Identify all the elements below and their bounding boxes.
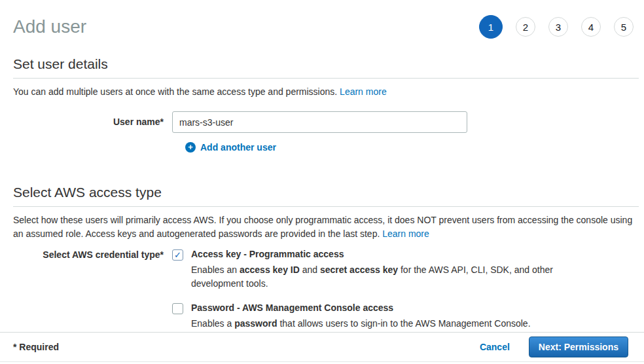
access-key-checkbox[interactable] — [172, 249, 183, 261]
desc-text: Enables an — [191, 264, 240, 275]
next-permissions-button[interactable]: Next: Permissions — [529, 337, 628, 357]
desc-text-bold: access key ID — [240, 264, 300, 275]
desc-text-bold: password — [234, 318, 277, 329]
password-checkbox[interactable] — [172, 303, 183, 314]
credential-type-label: Select AWS credential type* — [13, 249, 164, 331]
access-key-option: Access key - Programmatic access Enables… — [172, 249, 555, 291]
learn-more-link-user-details[interactable]: Learn more — [340, 86, 387, 97]
username-row: User name* — [13, 111, 639, 133]
set-user-details-heading: Set user details — [13, 56, 639, 79]
step-1-active: 1 — [479, 15, 503, 39]
password-option-body: Password - AWS Management Console access… — [191, 302, 531, 331]
access-key-option-title: Access key - Programmatic access — [191, 249, 555, 260]
set-user-details-section: Set user details You can add multiple us… — [13, 56, 639, 153]
add-another-user-label: Add another user — [200, 142, 276, 153]
required-note: * Required — [13, 342, 59, 352]
desc-text: that allows users to sign-in to the AWS … — [277, 318, 531, 329]
learn-more-link-access-type[interactable]: Learn more — [382, 228, 429, 239]
username-label: User name* — [13, 111, 164, 133]
username-input[interactable] — [172, 111, 467, 133]
access-key-option-desc: Enables an access key ID and secret acce… — [191, 263, 555, 291]
step-2: 2 — [516, 17, 535, 37]
username-field-wrap — [172, 111, 467, 133]
user-details-intro-text: You can add multiple users at once with … — [13, 86, 337, 97]
credential-type-row: Select AWS credential type* Access key -… — [13, 249, 639, 331]
wizard-footer: * Required Cancel Next: Permissions — [0, 332, 644, 362]
desc-text: and — [300, 264, 320, 275]
access-type-intro: Select how these users will primarily ac… — [13, 213, 639, 241]
password-option-desc: Enables a password that allows users to … — [191, 317, 531, 331]
select-access-type-section: Select AWS access type Select how these … — [13, 185, 639, 331]
password-option: Password - AWS Management Console access… — [172, 302, 555, 331]
access-key-option-body: Access key - Programmatic access Enables… — [191, 249, 555, 291]
desc-text: Enables a — [191, 318, 234, 329]
access-type-intro-text: Select how these users will primarily ac… — [13, 215, 632, 239]
plus-circle-icon: + — [185, 142, 196, 153]
wizard-step-indicator: 1 2 3 4 5 — [479, 15, 634, 39]
password-option-title: Password - AWS Management Console access — [191, 302, 531, 314]
credential-options: Access key - Programmatic access Enables… — [172, 249, 555, 331]
page-title: Add user — [13, 16, 86, 37]
user-details-intro: You can add multiple users at once with … — [13, 85, 639, 99]
page-header: Add user 1 2 3 4 5 — [0, 0, 644, 45]
cancel-button[interactable]: Cancel — [480, 342, 510, 352]
desc-text-bold: secret access key — [320, 264, 398, 275]
main-content: Set user details You can add multiple us… — [0, 56, 644, 331]
step-5: 5 — [614, 17, 634, 37]
step-3: 3 — [548, 17, 568, 37]
step-4: 4 — [581, 17, 601, 37]
select-access-type-heading: Select AWS access type — [13, 185, 639, 207]
add-another-user-button[interactable]: + Add another user — [185, 142, 639, 153]
